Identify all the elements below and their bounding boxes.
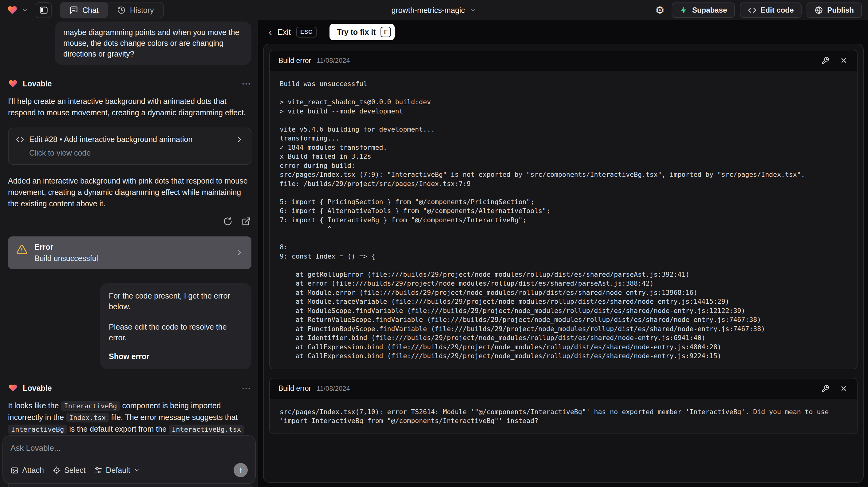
error-panel-title: Build error <box>278 57 311 65</box>
project-switcher[interactable]: growth-metrics-magic <box>392 6 477 15</box>
chevron-right-icon <box>236 249 243 257</box>
error-panel-header: Build error 11/08/2024 ✕ <box>270 51 857 71</box>
tab-chat[interactable]: Chat <box>60 2 108 18</box>
arrow-up-icon: ↑ <box>239 465 243 475</box>
assistant-name: Lovable <box>23 79 52 88</box>
main-area: maybe diagramming points and when you mo… <box>0 20 868 487</box>
error-panel-date: 11/08/2024 <box>317 385 350 393</box>
assistant-name: Lovable <box>23 384 52 393</box>
chat-bubble-icon <box>69 6 78 14</box>
edit-card-title: Edit #28 • Add interactive background an… <box>29 135 192 144</box>
error-panel-date: 11/08/2024 <box>317 57 350 65</box>
workspace-chevron-down-icon[interactable] <box>22 7 28 13</box>
edit-card-subtitle: Click to view code <box>29 149 243 157</box>
error-overlay-pane: ‹ Exit ESC Try to fix it F Build error 1… <box>258 20 868 487</box>
sliders-icon <box>94 466 102 475</box>
more-options-icon[interactable]: ⋯ <box>242 387 251 390</box>
code-icon <box>748 6 756 14</box>
assistant-message-header: Lovable ⋯ <box>8 79 251 88</box>
overlay-header: ‹ Exit ESC Try to fix it F <box>258 20 868 44</box>
error-panel-container: Build error 11/08/2024 ✕ Build was unsuc… <box>263 44 864 483</box>
supabase-label: Supabase <box>692 6 727 14</box>
view-switcher: Chat History <box>60 2 164 19</box>
send-button[interactable]: ↑ <box>234 463 248 477</box>
edit-card-28[interactable]: Edit #28 • Add interactive background an… <box>8 128 251 165</box>
error-panel-body: Build was unsuccessful > vite_react_shad… <box>270 71 857 369</box>
error-card-subtitle: Build unsuccessful <box>34 254 98 263</box>
error-panel-header: Build error 11/08/2024 ✕ <box>270 378 857 399</box>
build-log: Build was unsuccessful > vite_react_shad… <box>280 79 847 361</box>
chat-input[interactable] <box>10 443 248 457</box>
show-error-label: Show error <box>109 351 243 362</box>
select-target-icon <box>53 466 61 475</box>
try-to-fix-button[interactable]: Try to fix it F <box>330 24 395 40</box>
tab-chat-label: Chat <box>82 6 99 15</box>
lovable-heart-icon <box>8 79 18 88</box>
panel-left-icon <box>39 5 48 15</box>
gear-icon: ⚙ <box>655 5 664 16</box>
build-error-summary-card[interactable]: Error Build unsuccessful <box>8 237 251 269</box>
inline-code: InteractiveBg.tsx <box>169 425 244 434</box>
mode-selector[interactable]: Default <box>94 466 140 475</box>
error-panel-title: Build error <box>278 384 311 393</box>
inline-code: InteractiveBg <box>61 401 120 411</box>
error-panel-body: src/pages/Index.tsx(7,10): error TS2614:… <box>270 399 857 433</box>
publish-label: Publish <box>827 6 854 14</box>
open-preview-icon[interactable] <box>241 216 251 226</box>
chat-message-list: maybe diagramming points and when you mo… <box>0 20 258 487</box>
f-key-badge: F <box>380 27 391 37</box>
attach-button[interactable]: Attach <box>10 466 44 475</box>
chat-sidebar: maybe diagramming points and when you mo… <box>0 20 258 487</box>
lovable-heart-icon <box>8 384 18 393</box>
topbar-right: ⚙ Supabase Edit code Publish <box>653 2 862 18</box>
message-actions <box>8 216 251 226</box>
assistant-message-header: Lovable ⋯ <box>8 384 251 393</box>
user-message: For the code present, I get the error be… <box>100 283 251 369</box>
lovable-app: Chat History growth-metrics-magic ⚙ Supa… <box>0 0 868 487</box>
build-error-panel-1: Build error 11/08/2024 ✕ Build was unsuc… <box>269 50 858 369</box>
topbar: Chat History growth-metrics-magic ⚙ Supa… <box>0 0 868 20</box>
attach-image-icon <box>10 466 19 475</box>
globe-icon <box>814 6 823 14</box>
build-log: src/pages/Index.tsx(7,10): error TS2614:… <box>280 407 847 426</box>
fix-wrench-icon[interactable] <box>821 384 830 393</box>
chat-composer: Attach Select Default ↑ <box>2 435 256 484</box>
supabase-button[interactable]: Supabase <box>672 2 735 18</box>
tab-history-label: History <box>130 6 154 15</box>
toggle-sidebar-button[interactable] <box>36 2 52 18</box>
close-icon[interactable]: ✕ <box>839 56 848 65</box>
lovable-logo-icon[interactable] <box>6 4 19 16</box>
exit-button[interactable]: Exit <box>278 27 291 37</box>
settings-button[interactable]: ⚙ <box>653 3 667 17</box>
tab-history[interactable]: History <box>108 2 163 18</box>
code-icon <box>16 135 24 144</box>
publish-button[interactable]: Publish <box>807 2 862 18</box>
esc-key-badge: ESC <box>296 27 317 37</box>
edit-code-button[interactable]: Edit code <box>740 2 802 18</box>
error-card-title: Error <box>34 243 98 251</box>
edit-card-title: Edit #29 • Fix import error for Interact… <box>29 486 175 487</box>
warning-triangle-icon <box>16 244 28 255</box>
topbar-left: Chat History <box>6 2 164 19</box>
user-message: maybe diagramming points and when you mo… <box>55 22 251 65</box>
inline-code: InteractiveBg <box>8 425 67 434</box>
supabase-bolt-icon <box>680 6 688 14</box>
chevron-down-icon <box>134 467 140 473</box>
project-name: growth-metrics-magic <box>392 6 465 15</box>
build-error-panel-2: Build error 11/08/2024 ✕ src/pages/Index… <box>269 378 858 434</box>
history-icon <box>117 6 126 14</box>
chevron-left-icon[interactable]: ‹ <box>269 27 272 37</box>
select-element-button[interactable]: Select <box>53 466 86 475</box>
assistant-summary-text: Added an interactive background with pin… <box>8 175 251 209</box>
assistant-intro-text: I'll help create an interactive backgrou… <box>8 96 251 118</box>
inline-code: Index.tsx <box>66 413 109 422</box>
chevron-right-icon <box>236 135 243 144</box>
edit-code-label: Edit code <box>761 6 794 14</box>
fix-wrench-icon[interactable] <box>821 56 830 65</box>
restore-icon[interactable] <box>222 216 233 226</box>
project-chevron-down-icon <box>470 7 476 13</box>
more-options-icon[interactable]: ⋯ <box>242 82 251 85</box>
close-icon[interactable]: ✕ <box>839 384 848 393</box>
